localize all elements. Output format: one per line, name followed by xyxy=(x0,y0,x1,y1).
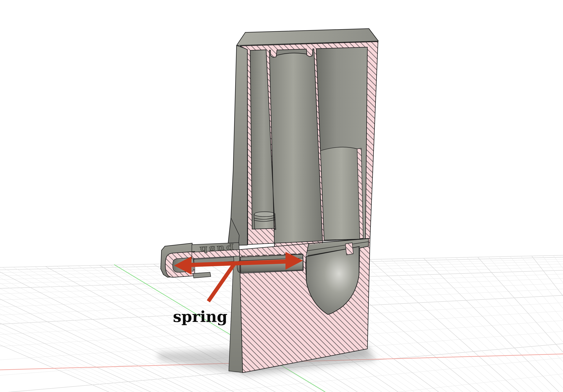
inner-sleeve xyxy=(318,147,360,240)
viewport-3d-canvas[interactable]: push spring xyxy=(0,0,563,392)
center-bore-interior xyxy=(269,49,323,246)
cad-viewport[interactable]: push spring xyxy=(0,0,563,392)
embossed-text: push xyxy=(198,243,234,255)
left-outer-wall xyxy=(228,46,247,245)
upper-body-interiors xyxy=(248,47,368,246)
cap-bottom-sliver xyxy=(193,272,211,278)
annotation-label: spring xyxy=(173,308,228,326)
pin-top-face xyxy=(254,212,275,217)
rib-section-patch xyxy=(345,243,353,255)
leader-line xyxy=(208,262,235,301)
